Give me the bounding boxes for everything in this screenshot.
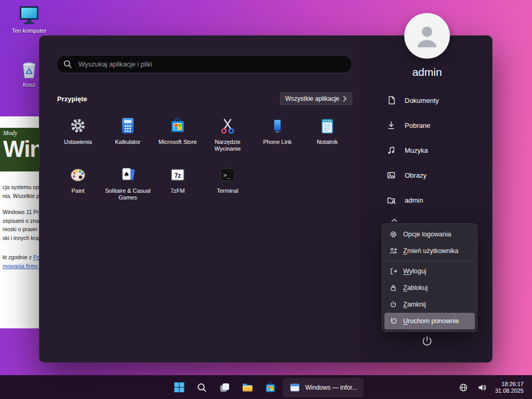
app-tile-7zfm[interactable]: 7z 7zFM [153, 162, 203, 210]
power-icon [420, 335, 434, 348]
desktop-icon-label: Kosz [23, 82, 35, 88]
task-view-button[interactable] [214, 377, 235, 398]
taskbar-search-button[interactable] [191, 377, 212, 398]
window-icon [289, 382, 300, 393]
shutdown-icon [389, 300, 397, 309]
start-menu-main: Przypięte Wszystkie aplikacje Ustawienia [39, 36, 362, 362]
folder-label: admin [405, 196, 423, 204]
folder-label: Obrazy [405, 171, 427, 179]
folder-label: Dokumenty [405, 97, 439, 104]
speaker-icon [477, 383, 487, 392]
user-folder-documents[interactable]: Dokumenty [386, 88, 488, 113]
document-link[interactable]: mowania firmy M [3, 263, 39, 269]
search-icon [63, 60, 72, 69]
desktop-icon-this-pc[interactable]: Ten komputer [6, 5, 52, 34]
app-tile-paint[interactable]: Paint [53, 162, 103, 210]
menu-item-label: Opcje logowania [403, 231, 451, 238]
snipping-tool-icon [219, 117, 236, 135]
store-taskbar-button[interactable] [260, 377, 281, 398]
menu-item-switch-user[interactable]: Zmień użytkownika [384, 243, 475, 259]
file-explorer-button[interactable] [237, 377, 258, 398]
store-icon [264, 381, 276, 394]
app-tile-notepad[interactable]: Notatnik [302, 113, 352, 162]
volume-button[interactable] [473, 378, 491, 397]
document-line: nioski o prawn [3, 225, 39, 234]
calculator-icon [119, 117, 137, 135]
menu-item-sign-in-options[interactable]: Opcje logowania [384, 226, 475, 243]
clock-time: 18:26:17 [495, 381, 524, 388]
user-avatar-icon [414, 22, 441, 49]
7zip-icon: 7z [169, 166, 187, 183]
pinned-section-title: Przypięte [57, 95, 87, 103]
document-line: nia. Wszelkie p [3, 192, 39, 201]
search-box [56, 55, 352, 73]
document-line: kt zgodnie z Po [3, 253, 39, 262]
lock-icon [389, 284, 397, 292]
clock-date: 31.08.2025 [495, 388, 524, 394]
sign-out-icon [389, 267, 397, 275]
search-input[interactable] [56, 55, 352, 73]
app-tile-settings[interactable]: Ustawienia [53, 113, 103, 162]
menu-item-shut-down[interactable]: Zamknij [384, 296, 475, 313]
document-line: ski i innych kraj [3, 234, 39, 243]
menu-item-lock[interactable]: Zablokuj [384, 280, 475, 296]
pinned-apps-grid: Ustawienia Kalkulator [53, 113, 352, 210]
spade-glyph: ♠ [124, 170, 130, 178]
document-header-banner: Mody Win [0, 128, 39, 171]
user-folder-home[interactable]: admin [386, 188, 488, 212]
app-label: Microsoft Store [158, 139, 197, 145]
app-label: Ustawienia [64, 139, 92, 145]
menu-item-label: Uruchom ponownie [403, 317, 459, 325]
start-button[interactable] [168, 377, 189, 398]
app-label: Solitaire & Casual Games [104, 188, 151, 201]
background-document-window[interactable]: Mody Win cja systemu op nia. Wszelkie p … [0, 116, 39, 328]
music-icon [386, 145, 396, 155]
desktop-icon-label: Ten komputer [12, 28, 47, 34]
user-folder-downloads[interactable]: Pobrane [386, 113, 488, 138]
prompt-glyph: >_ [223, 172, 231, 179]
document-icon [386, 95, 396, 105]
menu-item-sign-out[interactable]: Wyloguj [384, 263, 475, 280]
recycle-bin-icon [19, 58, 39, 80]
document-line: zepisami o znak [3, 217, 39, 225]
folder-icon [241, 381, 254, 394]
app-label: Terminal [217, 188, 238, 194]
menu-item-restart[interactable]: Uruchom ponownie [384, 313, 475, 329]
download-icon [386, 120, 396, 130]
store-icon [169, 117, 187, 135]
user-folder-icon [386, 195, 396, 205]
chevron-up-icon [391, 218, 398, 223]
taskbar-window-label: Windows — infor... [305, 384, 357, 391]
chevron-right-icon [343, 96, 347, 102]
taskbar-clock[interactable]: 18:26:17 31.08.2025 [492, 381, 529, 394]
power-button[interactable] [416, 331, 438, 352]
user-folder-pictures[interactable]: Obrazy [386, 163, 488, 188]
solitaire-card-icon: ♠ [119, 166, 137, 183]
taskbar: Windows — infor... [0, 375, 532, 399]
app-tile-terminal[interactable]: >_ Terminal [203, 162, 252, 210]
user-folders: Dokumenty Pobrane [386, 88, 488, 212]
pictures-icon [386, 170, 396, 180]
power-menu: Opcje logowania Zmień użytkownika Wylogu… [382, 223, 477, 332]
app-label: 7zFM [170, 188, 185, 194]
task-view-icon [219, 382, 230, 393]
paint-palette-icon [69, 166, 87, 183]
all-apps-button[interactable]: Wszystkie aplikacje [280, 92, 352, 105]
system-tray: 18:26:17 31.08.2025 [455, 376, 529, 399]
app-tile-calculator[interactable]: Kalkulator [103, 113, 153, 162]
menu-item-label: Zamknij [403, 301, 426, 308]
app-tile-phone-link[interactable]: Phone Link [252, 113, 302, 162]
avatar[interactable] [404, 13, 450, 59]
network-button[interactable] [455, 378, 472, 397]
folder-label: Muzyka [405, 147, 428, 154]
phone-link-icon [269, 117, 286, 135]
app-tile-microsoft-store[interactable]: Microsoft Store [153, 113, 203, 162]
app-label: Kalkulator [115, 139, 141, 145]
app-tile-snipping-tool[interactable]: Narzędzie Wycinanie [203, 113, 252, 162]
computer-icon [17, 5, 41, 26]
user-folder-music[interactable]: Muzyka [386, 138, 488, 163]
restart-icon [389, 317, 397, 325]
app-tile-solitaire[interactable]: ♠ Solitaire & Casual Games [103, 162, 153, 210]
taskbar-window-button[interactable]: Windows — infor... [283, 378, 363, 397]
menu-item-label: Zmień użytkownika [403, 247, 458, 255]
